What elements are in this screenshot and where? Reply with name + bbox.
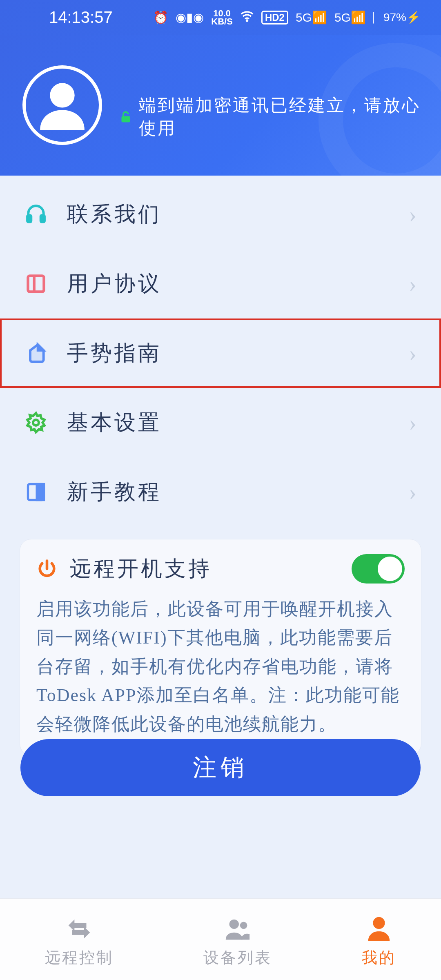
logout-label: 注销 (193, 752, 248, 784)
encryption-banner: 端到端加密通讯已经建立，请放心使用 (118, 94, 433, 140)
menu-label: 用户协议 (67, 270, 162, 298)
wifi-icon (240, 9, 254, 26)
svg-point-0 (246, 20, 247, 21)
hd-badge: HD2 (261, 11, 288, 24)
profile-header: 端到端加密通讯已经建立，请放心使用 (0, 35, 441, 176)
svg-rect-2 (122, 116, 130, 122)
nav-label: 我的 (362, 947, 396, 968)
network-speed: 10.0 KB/S (211, 9, 233, 26)
nav-mine[interactable]: 我的 (362, 915, 396, 968)
person-icon (365, 915, 393, 943)
gear-icon (24, 411, 47, 434)
chevron-right-icon: › (409, 479, 416, 505)
status-indicators: ⏰ ◉▮◉ 10.0 KB/S HD2 5G📶 5G📶 ⎸97%⚡ (153, 9, 421, 26)
svg-rect-3 (27, 215, 31, 222)
svg-point-12 (373, 917, 385, 929)
book-icon (24, 481, 47, 503)
signal-2: 5G📶 (334, 10, 366, 24)
main-card: 联系我们 › 用户协议 › 手势指南 › 基本设置 › 新手教程 › (0, 176, 441, 980)
svg-rect-4 (41, 215, 45, 222)
status-time: 14:13:57 (49, 8, 113, 27)
avatar[interactable] (22, 65, 102, 145)
menu-item-gesture[interactable]: 手势指南 › (0, 318, 441, 388)
remote-wake-panel: 远程开机支持 启用该功能后，此设备可用于唤醒开机接入同一网络(WIFI)下其他电… (20, 539, 421, 755)
encryption-text: 端到端加密通讯已经建立，请放心使用 (139, 94, 433, 140)
menu-item-agreement[interactable]: 用户协议 › (0, 249, 441, 318)
bottom-nav: 远程控制 设备列表 我的 (0, 898, 441, 980)
menu-item-settings[interactable]: 基本设置 › (0, 388, 441, 457)
menu-label: 手势指南 (67, 339, 162, 368)
svg-point-7 (33, 420, 39, 425)
power-icon (36, 558, 58, 579)
panel-title: 远程开机支持 (70, 555, 212, 583)
chevron-right-icon: › (409, 201, 416, 227)
svg-rect-5 (28, 276, 44, 292)
nav-devices[interactable]: 设备列表 (203, 915, 272, 968)
chevron-right-icon: › (409, 340, 416, 366)
alarm-icon: ⏰ (153, 10, 168, 24)
headset-icon (24, 203, 47, 226)
battery-indicator: ⎸97%⚡ (373, 11, 421, 24)
lock-icon (118, 109, 133, 124)
swap-icon (65, 915, 94, 943)
nav-label: 远程控制 (45, 947, 114, 968)
panel-description: 启用该功能后，此设备可用于唤醒开机接入同一网络(WIFI)下其他电脑，此功能需要… (36, 595, 405, 739)
status-bar: 14:13:57 ⏰ ◉▮◉ 10.0 KB/S HD2 5G📶 5G📶 ⎸97… (0, 0, 441, 35)
svg-rect-9 (37, 484, 44, 500)
people-icon (223, 915, 252, 943)
menu-label: 联系我们 (67, 200, 162, 229)
vibrate-icon: ◉▮◉ (176, 10, 204, 24)
chevron-right-icon: › (409, 410, 416, 436)
nav-remote[interactable]: 远程控制 (45, 915, 114, 968)
svg-point-11 (240, 922, 247, 929)
gesture-icon (24, 342, 47, 365)
signal-1: 5G📶 (296, 10, 327, 24)
menu-label: 基本设置 (67, 408, 162, 437)
chevron-right-icon: › (409, 271, 416, 297)
logout-button[interactable]: 注销 (20, 739, 421, 796)
svg-point-10 (229, 920, 239, 929)
remote-wake-toggle[interactable] (352, 554, 405, 584)
menu-item-tutorial[interactable]: 新手教程 › (0, 457, 441, 527)
document-icon (24, 272, 47, 295)
menu-label: 新手教程 (67, 478, 162, 506)
svg-point-1 (50, 83, 74, 107)
menu-item-contact[interactable]: 联系我们 › (0, 180, 441, 249)
nav-label: 设备列表 (203, 947, 272, 968)
